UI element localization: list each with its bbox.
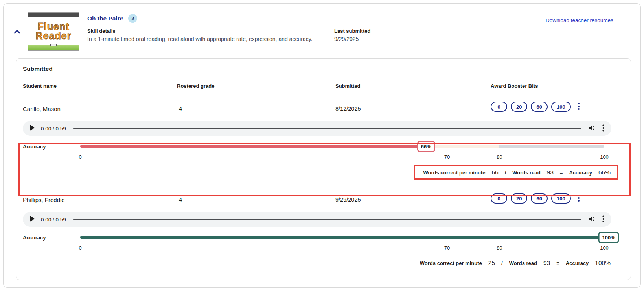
scale-tick: 70 (444, 154, 450, 160)
logo-word-1: Fluent (38, 22, 70, 32)
logo-word-2: Reader (36, 32, 72, 41)
equals-symbol: = (556, 260, 559, 266)
audio-player: 0:00 / 0:59 (23, 121, 611, 136)
accuracy-stat-label: Accuracy (566, 260, 589, 266)
accuracy-fill (80, 236, 604, 239)
words-read-value: 93 (543, 259, 550, 267)
accuracy-stat-value: 66% (598, 169, 611, 176)
audio-seek-bar[interactable] (73, 128, 581, 129)
kebab-menu-icon (602, 124, 604, 133)
column-header-rostered-grade: Rostered grade (177, 83, 214, 89)
accuracy-fill (80, 145, 426, 148)
submission-count-badge: 2 (128, 14, 137, 23)
accuracy-label: Accuracy (23, 235, 46, 241)
submitted-date-value: 8/12/2025 (335, 106, 361, 112)
words-read-value: 93 (547, 169, 554, 176)
column-header-submitted: Submitted (335, 83, 361, 89)
fluent-reader-logo: Fluent Reader (28, 12, 79, 51)
assignment-title-row: Oh the Pain! 2 (87, 14, 137, 23)
collapse-section-button[interactable] (12, 28, 22, 37)
volume-icon (589, 215, 596, 223)
accuracy-bar: 100% (80, 236, 604, 239)
accuracy-scale: 0 70 80 100 (80, 154, 604, 160)
audio-play-button[interactable] (30, 125, 35, 132)
booster-bit-button-0[interactable]: 0 (491, 102, 507, 112)
booster-bits-group: 0 20 60 100 (491, 193, 580, 204)
logo-grass-strip (28, 45, 79, 50)
wcpm-label: Words correct per minute (420, 260, 482, 266)
wcpm-value: 25 (488, 259, 495, 267)
kebab-menu-icon (578, 194, 580, 203)
booster-bit-button-20[interactable]: 20 (511, 193, 527, 204)
play-icon (30, 216, 35, 223)
words-read-label: Words read (512, 170, 540, 176)
student-name: Carillo, Mason (23, 106, 61, 112)
audio-volume-button[interactable] (589, 215, 596, 223)
audio-timestamp: 0:00 / 0:59 (41, 217, 66, 222)
skill-details-label: Skill details (87, 28, 116, 34)
divider (16, 79, 631, 79)
booster-bit-button-20[interactable]: 20 (511, 102, 527, 112)
kebab-menu-icon (602, 215, 604, 224)
submitted-date-value: 9/29/2025 (335, 196, 361, 203)
rostered-grade-value: 4 (179, 106, 182, 112)
booster-bit-button-60[interactable]: 60 (531, 193, 547, 204)
wcpm-value: 66 (491, 169, 498, 176)
accuracy-scale: 0 70 80 100 (80, 245, 604, 251)
scale-tick: 0 (79, 154, 81, 160)
logo-screen-bar (28, 13, 79, 17)
row-options-button[interactable] (578, 102, 580, 111)
divide-symbol: / (501, 260, 503, 266)
audio-options-button[interactable] (602, 124, 604, 133)
row-options-button[interactable] (578, 194, 580, 203)
accuracy-marker: 66% (417, 141, 435, 152)
booster-bit-button-100[interactable]: 100 (551, 102, 571, 112)
play-icon (30, 125, 35, 132)
table-row-phillips-freddie: Phillips, Freddie 4 9/29/2025 0 20 60 10… (16, 193, 631, 280)
accuracy-zone-high (499, 145, 604, 148)
scale-tick: 70 (444, 245, 450, 251)
words-read-label: Words read (509, 260, 537, 266)
divide-symbol: / (505, 170, 506, 176)
accuracy-stat-label: Accuracy (569, 170, 592, 176)
skill-details-text: In a 1-minute timed oral reading, read a… (87, 36, 313, 42)
audio-seek-bar[interactable] (73, 219, 581, 220)
scale-tick: 100 (600, 154, 609, 160)
last-submitted-label: Last submitted (334, 28, 370, 34)
scale-tick: 100 (600, 245, 609, 251)
accuracy-stats-line: Words correct per minute 66 / Words read… (423, 169, 611, 176)
volume-icon (589, 124, 596, 132)
booster-bit-button-0[interactable]: 0 (491, 193, 507, 204)
student-name: Phillips, Freddie (23, 196, 65, 203)
accuracy-label: Accuracy (23, 144, 46, 150)
accuracy-marker: 100% (598, 232, 619, 243)
audio-volume-button[interactable] (589, 124, 596, 132)
table-row-carillo-mason: Carillo, Mason 4 8/12/2025 0 20 60 100 (16, 95, 631, 193)
logo-text-area: Fluent Reader (28, 17, 79, 45)
accuracy-bar: 66% (80, 145, 604, 148)
audio-timestamp: 0:00 / 0:59 (41, 126, 66, 132)
scale-tick: 80 (497, 245, 502, 251)
booster-bits-group: 0 20 60 100 (491, 102, 580, 112)
booster-bit-button-60[interactable]: 60 (531, 102, 547, 112)
logo-screen-handle (50, 44, 57, 46)
audio-player: 0:00 / 0:59 (23, 212, 611, 227)
rostered-grade-value: 4 (179, 196, 182, 203)
audio-play-button[interactable] (30, 216, 35, 223)
page-title: Oh the Pain! (87, 15, 123, 22)
column-header-award-booster-bits: Award Booster Bits (491, 83, 538, 89)
equals-symbol: = (560, 170, 563, 176)
chevron-up-icon (14, 29, 20, 35)
audio-options-button[interactable] (602, 215, 604, 224)
kebab-menu-icon (578, 102, 580, 111)
booster-bit-button-100[interactable]: 100 (551, 193, 571, 204)
fluent-reader-submissions-page: Fluent Reader Oh the Pain! 2 Skill detai… (0, 0, 644, 291)
download-teacher-resources-link[interactable]: Download teacher resources (546, 17, 613, 23)
submitted-section-title: Submitted (23, 65, 53, 72)
scale-tick: 80 (497, 154, 502, 160)
accuracy-stat-value: 100% (595, 259, 611, 267)
scale-tick: 0 (79, 245, 81, 251)
column-header-student-name: Student name (23, 83, 57, 89)
submitted-card: Submitted Student name Rostered grade Su… (16, 58, 631, 280)
wcpm-label: Words correct per minute (423, 170, 485, 176)
